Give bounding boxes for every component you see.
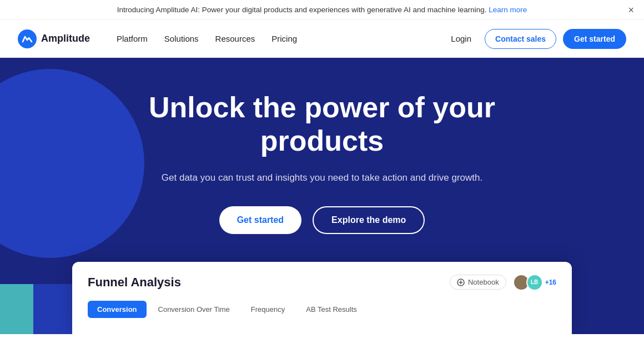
tab-conversion-over-time[interactable]: Conversion Over Time bbox=[149, 301, 239, 318]
nav-pricing[interactable]: Pricing bbox=[265, 29, 304, 48]
contact-sales-button[interactable]: Contact sales bbox=[485, 29, 556, 49]
hero-buttons: Get started Explore the demo bbox=[128, 206, 516, 234]
tab-frequency[interactable]: Frequency bbox=[242, 301, 294, 318]
avatar-count: +16 bbox=[545, 279, 556, 286]
hero-teal-rect bbox=[0, 284, 33, 334]
nav-resources[interactable]: Resources bbox=[209, 29, 262, 48]
amplitude-logo-icon bbox=[18, 29, 37, 48]
hero-content: Unlock the power of your products Get da… bbox=[128, 91, 516, 262]
tab-ab-test-results[interactable]: AB Test Results bbox=[296, 301, 366, 318]
nav-links: Platform Solutions Resources Pricing bbox=[110, 29, 444, 48]
notebook-icon bbox=[457, 279, 465, 286]
dashboard-preview: Funnel Analysis Notebook LB + bbox=[72, 262, 572, 334]
get-started-nav-button[interactable]: Get started bbox=[563, 29, 626, 49]
announcement-bar: Introducing Amplitude AI: Power your dig… bbox=[0, 0, 644, 20]
avatar-group: LB +16 bbox=[513, 274, 556, 291]
dashboard-tabs: Conversion Conversion Over Time Frequenc… bbox=[88, 301, 556, 318]
login-button[interactable]: Login bbox=[444, 29, 478, 48]
tab-conversion[interactable]: Conversion bbox=[88, 301, 147, 318]
dashboard-actions: Notebook LB +16 bbox=[450, 274, 556, 291]
hero-title: Unlock the power of your products bbox=[128, 91, 516, 158]
dashboard-title: Funnel Analysis bbox=[88, 275, 181, 290]
nav-actions: Login Contact sales Get started bbox=[444, 29, 626, 49]
close-announcement-button[interactable]: × bbox=[628, 5, 634, 15]
notebook-label: Notebook bbox=[468, 278, 499, 286]
logo-link[interactable]: Amplitude bbox=[18, 29, 90, 48]
logo-text: Amplitude bbox=[41, 33, 90, 44]
hero-get-started-button[interactable]: Get started bbox=[219, 206, 301, 234]
hero-section: Unlock the power of your products Get da… bbox=[0, 58, 644, 334]
navbar: Amplitude Platform Solutions Resources P… bbox=[0, 20, 644, 58]
announcement-text: Introducing Amplitude AI: Power your dig… bbox=[117, 6, 487, 14]
hero-circle-decoration bbox=[0, 69, 144, 258]
hero-explore-demo-button[interactable]: Explore the demo bbox=[313, 206, 425, 234]
nav-platform[interactable]: Platform bbox=[110, 29, 154, 48]
nav-solutions[interactable]: Solutions bbox=[158, 29, 205, 48]
avatar-lb: LB bbox=[526, 274, 543, 291]
announcement-link[interactable]: Learn more bbox=[489, 6, 527, 14]
notebook-button[interactable]: Notebook bbox=[450, 275, 506, 290]
dashboard-header: Funnel Analysis Notebook LB + bbox=[88, 274, 556, 291]
hero-subtitle: Get data you can trust and insights you … bbox=[128, 170, 516, 185]
